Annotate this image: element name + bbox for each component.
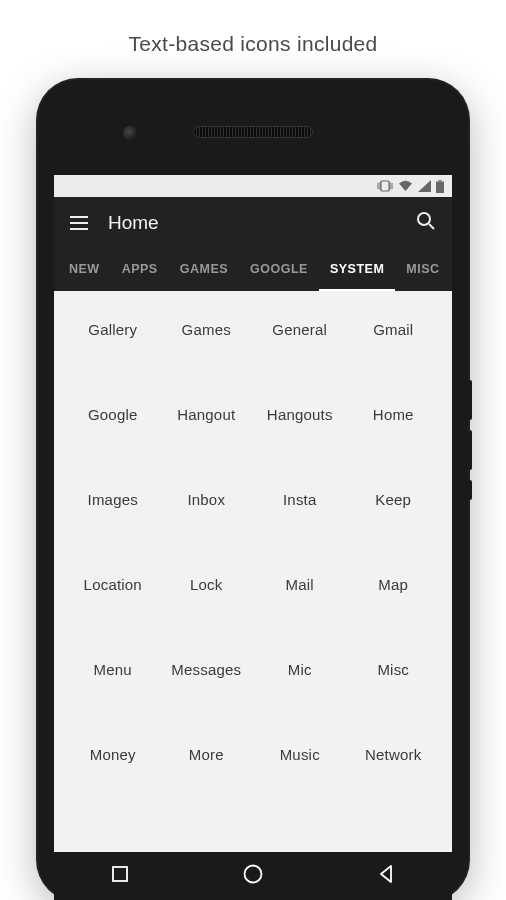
icon-grid-container[interactable]: GalleryGamesGeneralGmailGoogleHangoutHan… [54, 291, 452, 852]
list-item[interactable]: More [162, 746, 252, 763]
app-title: Home [108, 212, 396, 234]
list-item[interactable]: Mail [255, 576, 345, 593]
list-item[interactable]: General [255, 321, 345, 338]
list-item[interactable]: Images [68, 491, 158, 508]
search-icon[interactable] [416, 211, 436, 235]
phone-camera [123, 126, 137, 140]
list-item[interactable]: Location [68, 576, 158, 593]
svg-rect-5 [113, 867, 127, 881]
phone-frame: Home NEWAPPSGAMESGOOGLESYSTEMMISC Galler… [38, 80, 468, 900]
nav-home-button[interactable] [242, 863, 264, 889]
svg-rect-0 [381, 181, 389, 191]
list-item[interactable]: Menu [68, 661, 158, 678]
svg-rect-2 [436, 181, 444, 193]
battery-icon [436, 180, 444, 193]
volume-up-button [468, 380, 472, 420]
tab-games[interactable]: GAMES [169, 249, 239, 291]
tab-bar: NEWAPPSGAMESGOOGLESYSTEMMISC [54, 249, 452, 291]
svg-point-3 [418, 213, 430, 225]
list-item[interactable]: Map [349, 576, 439, 593]
list-item[interactable]: Games [162, 321, 252, 338]
list-item[interactable]: Google [68, 406, 158, 423]
svg-point-6 [245, 866, 262, 883]
list-item[interactable]: Hangouts [255, 406, 345, 423]
list-item[interactable]: Gmail [349, 321, 439, 338]
list-item[interactable]: Messages [162, 661, 252, 678]
tab-system[interactable]: SYSTEM [319, 249, 395, 291]
list-item[interactable]: Insta [255, 491, 345, 508]
app-bar: Home [54, 197, 452, 249]
list-item[interactable]: Mic [255, 661, 345, 678]
menu-icon[interactable] [70, 216, 88, 230]
signal-icon [418, 180, 431, 192]
list-item[interactable]: Gallery [68, 321, 158, 338]
list-item[interactable]: Music [255, 746, 345, 763]
svg-rect-1 [439, 180, 442, 182]
power-button [468, 480, 472, 500]
list-item[interactable]: Inbox [162, 491, 252, 508]
vibrate-icon [377, 180, 393, 192]
tab-apps[interactable]: APPS [111, 249, 169, 291]
page-caption: Text-based icons included [0, 0, 506, 56]
navigation-bar [54, 852, 452, 900]
tab-new[interactable]: NEW [58, 249, 111, 291]
nav-back-button[interactable] [376, 864, 396, 888]
list-item[interactable]: Money [68, 746, 158, 763]
icon-grid: GalleryGamesGeneralGmailGoogleHangoutHan… [68, 321, 438, 763]
list-item[interactable]: Home [349, 406, 439, 423]
wifi-icon [398, 180, 413, 192]
list-item[interactable]: Network [349, 746, 439, 763]
list-item[interactable]: Misc [349, 661, 439, 678]
list-item[interactable]: Lock [162, 576, 252, 593]
phone-speaker [193, 126, 313, 138]
list-item[interactable]: Hangout [162, 406, 252, 423]
status-bar [54, 175, 452, 197]
list-item[interactable]: Keep [349, 491, 439, 508]
tab-misc[interactable]: MISC [395, 249, 450, 291]
tab-google[interactable]: GOOGLE [239, 249, 319, 291]
nav-recents-button[interactable] [110, 864, 130, 888]
screen: Home NEWAPPSGAMESGOOGLESYSTEMMISC Galler… [54, 175, 452, 900]
volume-down-button [468, 430, 472, 470]
svg-line-4 [429, 224, 434, 229]
